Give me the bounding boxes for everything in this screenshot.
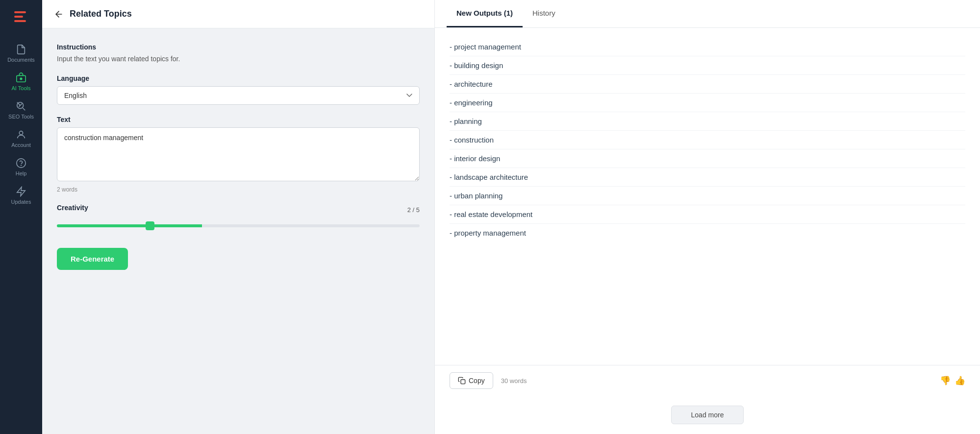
output-item-5: - construction bbox=[450, 131, 965, 149]
output-item-2: - architecture bbox=[450, 75, 965, 94]
sidebar-item-seo-tools[interactable]: SEO Tools bbox=[0, 96, 42, 124]
instructions-section: Instructions Input the text you want rel… bbox=[57, 43, 420, 63]
output-item-0: - project management bbox=[450, 38, 965, 56]
svg-marker-6 bbox=[17, 187, 25, 196]
sidebar-item-ai-tools[interactable]: AI Tools bbox=[0, 68, 42, 96]
sidebar-item-account-label: Account bbox=[11, 142, 31, 148]
sidebar-item-account[interactable]: Account bbox=[0, 124, 42, 153]
svg-rect-7 bbox=[461, 380, 465, 384]
regenerate-button[interactable]: Re-Generate bbox=[57, 248, 128, 270]
load-more-container: Load more bbox=[435, 396, 980, 434]
logo-bar-3 bbox=[14, 20, 26, 22]
output-footer: Copy 30 words 👎 👍 bbox=[435, 365, 980, 396]
output-item-1: - building design bbox=[450, 56, 965, 75]
copy-icon bbox=[458, 377, 466, 385]
creativity-header: Creativity 2 / 5 bbox=[57, 204, 420, 216]
instructions-heading: Instructions bbox=[57, 43, 420, 51]
text-label: Text bbox=[57, 116, 420, 123]
language-label: Language bbox=[57, 74, 420, 82]
document-icon bbox=[16, 44, 26, 55]
language-select[interactable]: English Spanish French German Italian Po… bbox=[57, 86, 420, 105]
copy-button[interactable]: Copy bbox=[450, 372, 493, 389]
left-panel: Related Topics Instructions Input the te… bbox=[42, 0, 434, 434]
creativity-field: Creativity 2 / 5 bbox=[57, 204, 420, 229]
left-panel-header: Related Topics bbox=[42, 0, 434, 28]
right-panel: New Outputs (1) History - project manage… bbox=[434, 0, 980, 434]
sidebar-item-ai-tools-label: AI Tools bbox=[12, 85, 31, 91]
back-button[interactable] bbox=[54, 9, 64, 19]
language-field: Language English Spanish French German I… bbox=[57, 74, 420, 105]
text-field: Text construction management 2 words bbox=[57, 116, 420, 193]
output-word-count: 30 words bbox=[501, 377, 527, 385]
output-item-4: - planning bbox=[450, 112, 965, 131]
sidebar-item-documents[interactable]: Documents bbox=[0, 39, 42, 68]
output-item-10: - property management bbox=[450, 224, 965, 242]
creativity-label: Creativity bbox=[57, 204, 88, 212]
updates-icon bbox=[16, 186, 26, 197]
back-arrow-icon bbox=[54, 9, 64, 19]
thumbs-down-button[interactable]: 👎 bbox=[940, 375, 951, 386]
ai-tools-icon bbox=[16, 72, 26, 83]
svg-point-3 bbox=[19, 131, 23, 135]
output-item-9: - real estate development bbox=[450, 205, 965, 224]
creativity-value: 2 / 5 bbox=[407, 206, 420, 214]
help-icon bbox=[16, 158, 26, 169]
left-panel-body: Instructions Input the text you want rel… bbox=[42, 28, 434, 434]
copy-label: Copy bbox=[469, 377, 485, 385]
logo-bar-1 bbox=[14, 11, 26, 13]
svg-point-1 bbox=[20, 78, 22, 80]
panel-title: Related Topics bbox=[70, 9, 132, 19]
thumbs-up-button[interactable]: 👍 bbox=[955, 375, 965, 386]
seo-tools-icon bbox=[16, 101, 26, 112]
sidebar-item-documents-label: Documents bbox=[7, 57, 35, 63]
sidebar-item-updates[interactable]: Updates bbox=[0, 181, 42, 210]
right-panel-header: New Outputs (1) History bbox=[435, 0, 980, 28]
tab-history[interactable]: History bbox=[523, 0, 565, 27]
load-more-button[interactable]: Load more bbox=[671, 406, 744, 424]
text-input[interactable]: construction management bbox=[57, 127, 420, 181]
tab-new-outputs[interactable]: New Outputs (1) bbox=[447, 0, 523, 27]
sidebar-item-help[interactable]: Help bbox=[0, 153, 42, 181]
sidebar-item-seo-tools-label: SEO Tools bbox=[8, 114, 34, 120]
app-logo bbox=[10, 6, 32, 27]
output-list: - project management - building design -… bbox=[435, 28, 980, 365]
creativity-slider[interactable] bbox=[57, 224, 420, 227]
output-item-6: - interior design bbox=[450, 149, 965, 168]
main-panels: Related Topics Instructions Input the te… bbox=[42, 0, 980, 434]
sidebar-item-updates-label: Updates bbox=[11, 199, 31, 205]
logo-bar-2 bbox=[14, 16, 23, 18]
sidebar-item-help-label: Help bbox=[16, 170, 27, 176]
output-item-3: - engineering bbox=[450, 94, 965, 112]
output-item-8: - urban planning bbox=[450, 187, 965, 205]
account-icon bbox=[16, 129, 26, 140]
word-count: 2 words bbox=[57, 186, 420, 193]
instructions-text: Input the text you want related topics f… bbox=[57, 55, 420, 63]
sidebar: Documents AI Tools SEO Tools Account bbox=[0, 0, 42, 434]
feedback-icons: 👎 👍 bbox=[940, 375, 965, 386]
svg-point-5 bbox=[21, 165, 22, 166]
output-item-7: - landscape architecture bbox=[450, 168, 965, 187]
